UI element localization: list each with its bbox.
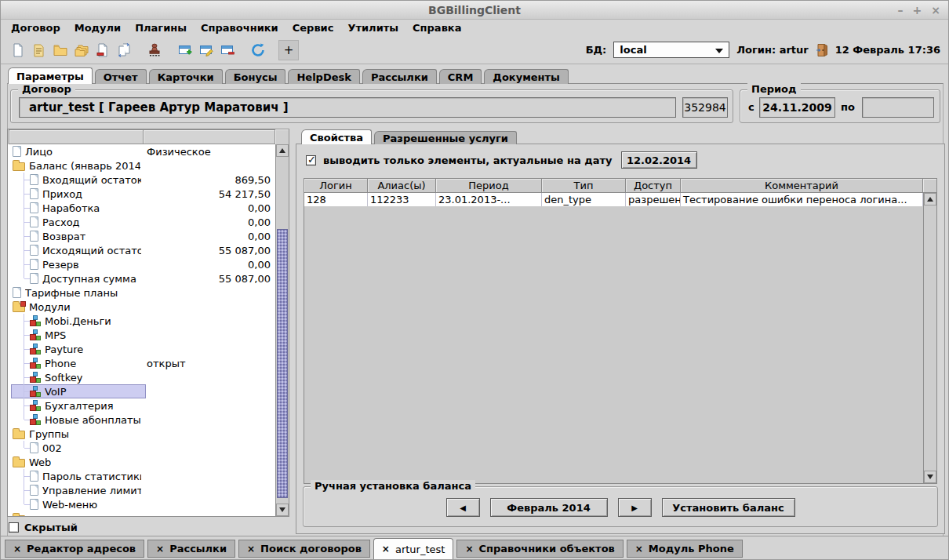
table-column-header[interactable]: Период (436, 179, 542, 193)
filter-checkbox[interactable] (306, 155, 316, 165)
tree-item[interactable] (8, 511, 275, 516)
scroll-down-button[interactable] (276, 504, 289, 516)
tab-main-1[interactable]: Отчет (95, 69, 147, 84)
tree-item[interactable]: Модули (8, 300, 275, 314)
tab-main-5[interactable]: Рассылки (362, 69, 437, 84)
tree-item[interactable]: Баланс (январь 2014) (8, 158, 275, 173)
close-tab-icon[interactable]: × (465, 544, 473, 555)
table-scrollbar[interactable] (923, 193, 936, 483)
table-column-header[interactable]: Доступ (626, 179, 681, 193)
folder-icon[interactable] (51, 41, 70, 60)
menu-item-6[interactable]: Справка (405, 20, 468, 35)
tree-item[interactable]: Доступная сумма55 087,00 (8, 271, 275, 285)
close-tab-icon[interactable]: × (247, 544, 255, 555)
tab-main-4[interactable]: HelpDesk (288, 69, 359, 84)
tree-item[interactable]: Управление лимито (8, 483, 275, 497)
tree-item[interactable]: Бухгалтерия (8, 398, 275, 413)
add-window-icon[interactable] (176, 41, 195, 60)
add-toolbar-button[interactable]: + (278, 40, 299, 60)
tree-item[interactable]: Расход0,00 (8, 215, 275, 229)
next-month-button[interactable]: ▶ (618, 498, 652, 517)
db-label: БД: (586, 44, 607, 56)
refresh-icon[interactable] (249, 41, 267, 60)
close-tab-icon[interactable]: × (156, 544, 164, 555)
bottom-tab-2[interactable]: ×Поиск договоров (238, 540, 370, 558)
filter-date-button[interactable]: 12.02.2014 (621, 151, 697, 169)
tab-main-0[interactable]: Параметры (8, 67, 93, 84)
tree-item[interactable]: Пароль статистики (8, 469, 275, 483)
scroll-up-button[interactable] (276, 144, 289, 157)
tab-right-0[interactable]: Свойства (301, 129, 372, 144)
tree-item[interactable]: Phoneоткрыт (8, 356, 275, 370)
tree-item[interactable]: Тарифные планы (8, 285, 275, 300)
table-column-header[interactable]: Тип (542, 179, 626, 193)
bottom-tab-5[interactable]: ×Модуль Phone (627, 540, 743, 558)
bottom-tab-4[interactable]: ×Справочники объектов (456, 540, 623, 558)
tree-item[interactable]: Входящий остаток869,50 (8, 173, 275, 187)
tree-item[interactable]: Payture (8, 342, 275, 356)
tree-item[interactable]: ЛицоФизическое (8, 144, 275, 158)
folders-icon[interactable] (72, 41, 91, 60)
tab-main-6[interactable]: CRM (439, 69, 482, 84)
table-column-header[interactable]: Логин (304, 179, 368, 193)
tree-item[interactable]: Приход54 217,50 (8, 187, 275, 201)
minimize-button[interactable]: – (898, 4, 904, 16)
tree-header-column-2[interactable] (144, 129, 275, 144)
tree-item[interactable]: Softkey (8, 370, 275, 384)
new-contract-icon[interactable] (9, 41, 27, 60)
tree-header-column-1[interactable] (9, 129, 144, 144)
close-tab-icon[interactable]: × (635, 544, 643, 555)
edit-window-icon[interactable] (197, 41, 216, 60)
close-button[interactable]: × (931, 4, 940, 16)
scroll-down-button[interactable] (924, 471, 936, 483)
bottom-tab-3[interactable]: ×artur_test (373, 538, 454, 559)
table-column-header[interactable]: Алиас(ы) (368, 179, 436, 193)
tree-item[interactable]: Web (8, 455, 275, 469)
prev-month-button[interactable]: ◀ (446, 498, 480, 517)
menu-item-4[interactable]: Сервис (285, 20, 341, 35)
period-from-field[interactable]: 24.11.2009 (759, 97, 835, 118)
logout-door-icon[interactable] (816, 43, 828, 57)
tree-item[interactable]: 002 (8, 441, 275, 455)
menu-item-1[interactable]: Модули (67, 20, 128, 35)
tree-item[interactable]: Mobi.Деньги (8, 314, 275, 328)
period-to-field[interactable] (862, 97, 934, 118)
tab-main-3[interactable]: Бонусы (225, 69, 286, 84)
table-row[interactable]: 12811223323.01.2013-...den_typeразрешенТ… (304, 193, 936, 206)
tree-item[interactable]: Web-меню (8, 497, 275, 511)
tree-item[interactable]: VoIP (8, 384, 275, 398)
db-select[interactable]: local (613, 42, 729, 58)
scrollbar-thumb[interactable] (277, 229, 288, 498)
bottom-tab-0[interactable]: ×Редактор адресов (5, 540, 144, 558)
bottom-tab-1[interactable]: ×Рассылки (147, 540, 235, 558)
contract-field[interactable]: artur_test [ Гареев Артур Маратович ] (19, 97, 676, 118)
tab-main-7[interactable]: Документы (484, 69, 569, 84)
remove-window-icon[interactable] (218, 41, 237, 60)
tree-scrollbar[interactable] (275, 144, 289, 516)
close-tab-icon[interactable]: × (382, 544, 390, 555)
hidden-checkbox[interactable] (9, 522, 19, 533)
tab-right-1[interactable]: Разрешенные услуги (374, 131, 517, 144)
tree-item[interactable]: Возврат0,00 (8, 229, 275, 243)
menu-item-3[interactable]: Справочники (194, 20, 285, 35)
table-column-header[interactable]: Комментарий (681, 179, 923, 193)
remove-document-icon[interactable] (93, 41, 112, 60)
open-contract-icon[interactable] (30, 41, 49, 60)
tree-item[interactable]: Резерв0,00 (8, 257, 275, 271)
set-balance-button[interactable]: Установить баланс (662, 498, 795, 517)
tree-item[interactable]: Группы (8, 427, 275, 441)
menu-item-2[interactable]: Плагины (128, 20, 194, 35)
close-tab-icon[interactable]: × (13, 544, 21, 555)
menu-item-5[interactable]: Утилиты (340, 20, 405, 35)
copy-document-icon[interactable] (115, 41, 133, 60)
scroll-up-button[interactable] (924, 193, 936, 205)
tab-main-2[interactable]: Карточки (149, 69, 223, 84)
month-button[interactable]: Февраль 2014 (490, 498, 608, 517)
tree-item[interactable]: Новые абонплаты (8, 413, 275, 427)
tree-item[interactable]: MPS (8, 328, 275, 342)
tree-item[interactable]: Исходящий остаток55 087,00 (8, 243, 275, 257)
tree-item[interactable]: Наработка0,00 (8, 201, 275, 215)
maximize-button[interactable]: + (913, 4, 922, 16)
stamp-icon[interactable] (145, 41, 164, 60)
menu-item-0[interactable]: Договор (4, 20, 67, 35)
